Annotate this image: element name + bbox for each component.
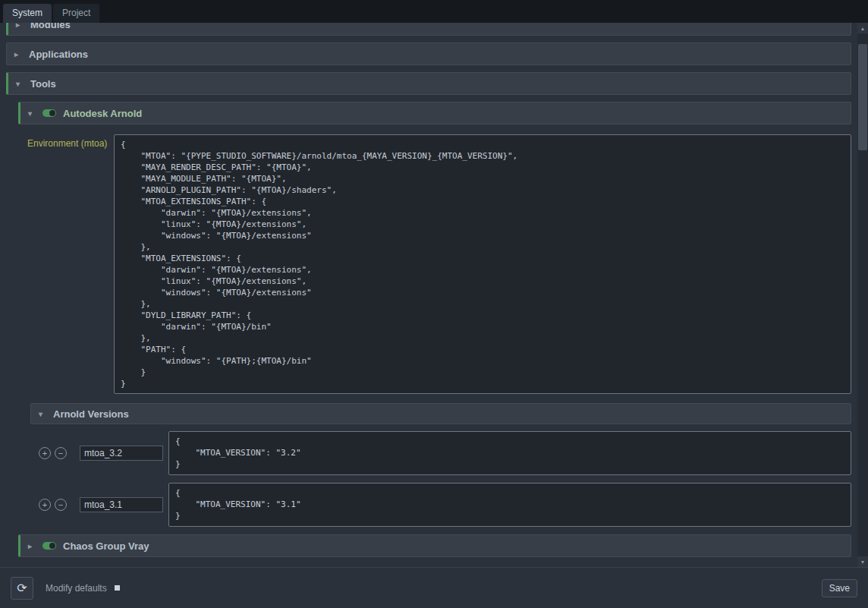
section-modules-title: Modules [30,23,71,30]
add-version-button[interactable]: + [39,447,51,459]
scroll-down-icon: ▼ [860,559,866,565]
modify-defaults-label: Modify defaults [46,583,107,594]
collapse-arrow-icon: ▸ [28,542,36,550]
group-arnold-header[interactable]: ▾ Autodesk Arnold [18,102,851,124]
group-arnold-body: Environment (mtoa) { "MTOA": "{PYPE_STUD… [18,131,851,527]
version-key-input[interactable] [80,446,163,461]
section-tools-title: Tools [30,78,56,90]
modify-defaults-checkbox[interactable] [115,585,120,591]
collapse-arrow-icon: ▸ [16,23,24,29]
tab-project[interactable]: Project [53,4,99,23]
vertical-scrollbar[interactable]: ▲ ▼ [857,23,868,567]
environment-label: Environment (mtoa) [27,134,114,149]
group-arnold-title: Autodesk Arnold [63,108,142,119]
expand-arrow-icon: ▾ [39,410,46,418]
group-vray-header[interactable]: ▸ Chaos Group Vray [18,534,851,557]
scrollbar-track[interactable] [857,33,868,556]
scroll-up-button[interactable]: ▲ [857,23,868,33]
vray-enabled-toggle[interactable] [42,542,56,550]
settings-scroll-area: ▸ Modules ▸ Applications ▾ Tools ▾ Autod… [0,23,857,567]
section-tools-header[interactable]: ▾ Tools [6,72,851,95]
arnold-enabled-toggle[interactable] [42,109,56,117]
arnold-version-row: + − { "MTOA_VERSION": "3.2" } [27,431,851,475]
refresh-button[interactable]: ⟳ [11,577,33,600]
environment-row: Environment (mtoa) { "MTOA": "{PYPE_STUD… [27,134,851,394]
expand-arrow-icon: ▾ [28,109,36,118]
refresh-icon: ⟳ [17,581,27,595]
group-autodesk-arnold: ▾ Autodesk Arnold Environment (mtoa) { "… [18,102,851,527]
tab-system[interactable]: System [3,4,52,23]
version-value-editor[interactable]: { "MTOA_VERSION": "3.1" } [168,483,851,527]
scroll-down-button[interactable]: ▼ [857,556,868,567]
arnold-versions-title: Arnold Versions [53,408,129,420]
arnold-versions-body: + − { "MTOA_VERSION": "3.2" } + − { "MTO… [27,431,851,527]
add-version-button[interactable]: + [39,499,51,511]
main-area: ▸ Modules ▸ Applications ▾ Tools ▾ Autod… [0,23,868,567]
expand-arrow-icon: ▾ [16,80,24,88]
footer-bar: ⟳ Modify defaults Save [0,567,868,608]
scrollbar-thumb[interactable] [858,44,867,150]
remove-version-button[interactable]: − [55,447,67,459]
version-value-editor[interactable]: { "MTOA_VERSION": "3.2" } [168,431,851,475]
section-applications-title: Applications [29,49,88,60]
remove-version-button[interactable]: − [55,499,67,511]
arnold-version-row: + − { "MTOA_VERSION": "3.1" } [27,483,851,527]
section-applications-header[interactable]: ▸ Applications [6,43,851,65]
scroll-up-icon: ▲ [860,26,866,31]
group-vray-title: Chaos Group Vray [63,540,149,552]
toggle-knob [49,543,55,549]
tab-bar: System Project [0,0,868,23]
environment-editor[interactable]: { "MTOA": "{PYPE_STUDIO_SOFTWARE}/arnold… [114,134,851,394]
version-key-input[interactable] [80,497,163,512]
group-chaos-vray: ▸ Chaos Group Vray [18,534,851,557]
save-button[interactable]: Save [822,579,857,597]
toggle-knob [49,110,55,116]
collapse-arrow-icon: ▸ [14,50,22,58]
arnold-versions-header[interactable]: ▾ Arnold Versions [30,403,851,424]
section-modules-header[interactable]: ▸ Modules [6,23,851,36]
